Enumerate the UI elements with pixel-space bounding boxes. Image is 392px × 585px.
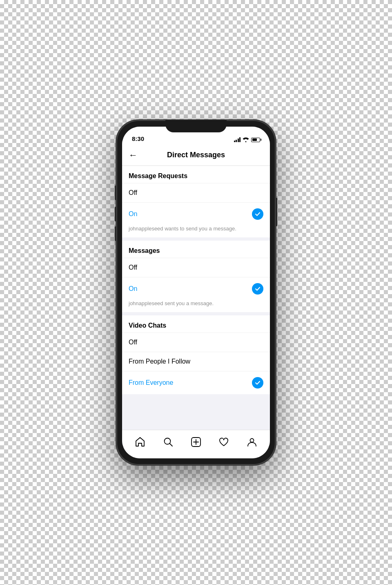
back-arrow-icon: ← [129,151,138,160]
heart-icon [218,437,229,447]
mr-on-label: On [129,210,137,218]
signal-icon [234,137,241,142]
vc-follow-row[interactable]: From People I Follow [122,352,270,371]
tab-activity[interactable] [210,433,238,451]
tab-bar [122,430,270,458]
message-requests-section: Message Requests Off On johnappleseed wa… [122,166,270,237]
status-time: 8:30 [132,135,144,142]
video-chats-title: Video Chats [122,315,270,333]
messages-title: Messages [122,241,270,258]
svg-point-5 [250,438,254,442]
msg-off-row[interactable]: Off [122,258,270,277]
vc-follow-label: From People I Follow [129,358,190,365]
msg-preview-text: johnappleseed sent you a message. [122,300,270,312]
messages-section: Messages Off On johnappleseed sent you a… [122,241,270,312]
msg-on-row[interactable]: On [122,277,270,300]
svg-line-1 [169,443,172,446]
tab-add[interactable] [182,433,210,451]
notch [165,120,227,132]
message-requests-title: Message Requests [122,166,270,183]
nav-bar: ← Direct Messages [122,145,270,166]
battery-icon [251,138,260,142]
phone-frame: 8:30 ← Direct Messages [116,120,276,465]
tab-search[interactable] [154,433,182,451]
mr-off-row[interactable]: Off [122,183,270,202]
settings-content: Message Requests Off On johnappleseed wa… [122,166,270,430]
tab-profile[interactable] [238,433,266,451]
profile-icon [247,437,257,447]
mr-preview-text: johnappleseed wants to send you a messag… [122,226,270,237]
vc-off-row[interactable]: Off [122,333,270,352]
add-icon [191,437,201,447]
page-title: Direct Messages [141,151,251,159]
phone-screen: 8:30 ← Direct Messages [122,127,270,458]
msg-on-label: On [129,285,137,292]
mr-on-check [252,208,263,220]
mr-on-row[interactable]: On [122,202,270,226]
tab-home[interactable] [126,433,154,451]
vc-everyone-label: From Everyone [129,379,173,386]
home-icon [135,437,145,447]
back-button[interactable]: ← [125,147,141,163]
mr-off-label: Off [129,189,137,196]
vc-everyone-row[interactable]: From Everyone [122,371,270,394]
video-chats-section: Video Chats Off From People I Follow Fro… [122,315,270,394]
wifi-icon [243,137,249,142]
vc-off-label: Off [129,339,137,346]
vc-everyone-check [252,377,263,389]
search-icon [163,437,174,447]
msg-off-label: Off [129,264,137,271]
status-icons [234,137,261,142]
msg-on-check [252,283,263,295]
